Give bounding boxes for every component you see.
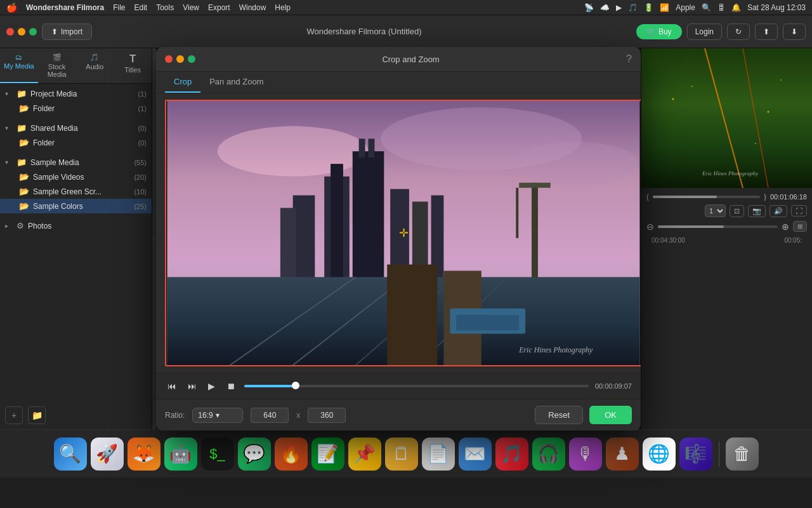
- macos-menubar: 🍎 Wondershare Filmora File Edit Tools Vi…: [0, 0, 812, 15]
- dock-chess[interactable]: ♟: [606, 438, 639, 471]
- login-button[interactable]: Login: [687, 23, 722, 40]
- modal-help-icon[interactable]: ?: [626, 53, 632, 65]
- rp-slider[interactable]: [653, 196, 761, 198]
- dock-evernote[interactable]: 📝: [311, 438, 344, 471]
- refresh-button[interactable]: ↻: [727, 23, 750, 40]
- crop-canvas[interactable]: Eric Hines Photography ✛: [165, 100, 641, 366]
- menu-file[interactable]: File: [113, 3, 125, 12]
- tab-audio[interactable]: 🎵 Audio: [76, 48, 114, 83]
- sidebar-item-shared-folder[interactable]: 📂 Folder (0): [0, 135, 152, 150]
- sidebar-item-sample-media[interactable]: ▾ 📁 Sample Media (55): [0, 155, 152, 170]
- chevron-down-icon: ▾: [5, 159, 14, 166]
- svg-rect-9: [293, 196, 315, 284]
- city-photo-svg: Eric Hines Photography: [166, 101, 641, 365]
- zoom-in-btn[interactable]: ⊕: [782, 222, 789, 232]
- sidebar-item-project-folder[interactable]: 📂 Folder (1): [0, 101, 152, 116]
- subfolder-icon: 📂: [19, 201, 29, 211]
- tab-my-media[interactable]: 🗂 My Media: [0, 48, 38, 83]
- modal-maximize-btn[interactable]: [188, 55, 195, 63]
- share-button[interactable]: ⬆: [755, 23, 778, 40]
- dock-android-studio[interactable]: 🤖: [164, 438, 197, 471]
- ok-button[interactable]: OK: [589, 406, 632, 424]
- dock-chrome[interactable]: 🌐: [643, 438, 676, 471]
- control-center-icon[interactable]: 🎛: [717, 3, 725, 12]
- svg-rect-6: [353, 151, 384, 283]
- rp-slider-row: { } 00:01:06:18: [646, 193, 807, 201]
- svg-rect-15: [519, 183, 551, 188]
- menu-help[interactable]: Help: [275, 3, 291, 12]
- menu-export[interactable]: Export: [208, 3, 230, 12]
- zoom-slider[interactable]: [658, 225, 778, 228]
- dock-finder[interactable]: 🔍: [54, 438, 87, 471]
- modal-close-btn[interactable]: [165, 55, 173, 63]
- buy-button[interactable]: 🛒 Buy: [636, 24, 682, 39]
- notification-icon[interactable]: 🔔: [731, 3, 741, 12]
- sidebar-item-sample-green[interactable]: 📂 Sample Green Scr... (10): [0, 184, 152, 199]
- folder-button[interactable]: 📁: [28, 406, 46, 424]
- lbrace-icon: {: [646, 193, 649, 201]
- ratio-select[interactable]: 16:9 ▾: [192, 408, 243, 423]
- rp-snapshot-btn[interactable]: 📷: [748, 205, 766, 217]
- tab-pan-zoom[interactable]: Pan and Zoom: [200, 72, 272, 93]
- dock-podcasts[interactable]: 🎙: [569, 438, 602, 471]
- import-button[interactable]: ⬆ Import: [42, 23, 92, 40]
- reset-button[interactable]: Reset: [535, 406, 583, 424]
- dock-mail[interactable]: ✉️: [459, 438, 492, 471]
- sidebar-item-sample-videos[interactable]: 📂 Sample Videos (20): [0, 170, 152, 184]
- menu-icon-cloud: ☁️: [600, 3, 610, 12]
- folder-icon: 📁: [16, 123, 27, 133]
- menu-view[interactable]: View: [183, 3, 199, 12]
- menu-edit[interactable]: Edit: [134, 3, 147, 12]
- chevron-down-icon: ▾: [216, 411, 219, 420]
- dock-spotify[interactable]: 🎧: [532, 438, 565, 471]
- modal-minimize-btn[interactable]: [176, 55, 184, 63]
- dock-firefox[interactable]: 🦊: [128, 438, 160, 471]
- svg-text:Eric Hines Photography: Eric Hines Photography: [702, 170, 758, 177]
- rp-fit-btn[interactable]: ⊡: [730, 205, 744, 217]
- dock-music[interactable]: 🎵: [495, 438, 528, 471]
- dock-launchpad[interactable]: 🚀: [91, 438, 124, 471]
- rp-dropdown[interactable]: 1: [705, 204, 726, 217]
- zoom-out-btn[interactable]: ⊖: [646, 222, 654, 232]
- rp-audio-btn[interactable]: 🔊: [769, 205, 787, 217]
- search-icon[interactable]: 🔍: [702, 3, 711, 12]
- play-btn[interactable]: ▶: [206, 378, 218, 394]
- apple-logo-icon[interactable]: 🍎: [6, 3, 17, 13]
- download-button[interactable]: ⬇: [783, 23, 806, 40]
- svg-point-32: [768, 111, 769, 113]
- grid-view-btn[interactable]: ⊞: [793, 221, 807, 232]
- sidebar-item-photos[interactable]: ▸ ⚙ Photos: [0, 218, 152, 233]
- add-media-button[interactable]: +: [5, 406, 23, 424]
- dock-notefile[interactable]: 🗒: [385, 438, 418, 471]
- sidebar-item-sample-colors[interactable]: 📂 Sample Colors (25): [0, 199, 152, 213]
- dock-tempi[interactable]: 🎼: [679, 438, 712, 471]
- chevron-down-icon: ▾: [5, 124, 14, 131]
- rp-fullscreen-btn[interactable]: ⛶: [791, 205, 807, 217]
- import-icon: ⬆: [51, 27, 58, 36]
- close-window-btn[interactable]: [6, 28, 14, 36]
- tab-titles[interactable]: T Titles: [114, 48, 152, 83]
- playback-progress[interactable]: [244, 385, 589, 387]
- dock-terminal[interactable]: $_: [201, 438, 234, 471]
- dock-stickies[interactable]: 📌: [348, 438, 381, 471]
- height-input[interactable]: [308, 408, 346, 423]
- stop-btn[interactable]: ⏹: [224, 378, 238, 394]
- tab-crop[interactable]: Crop: [165, 72, 200, 93]
- modal-tabs: Crop Pan and Zoom: [156, 72, 641, 93]
- dock-markdown[interactable]: 📄: [422, 438, 455, 471]
- app-toolbar: ⬆ Import Wondershare Filmora (Untitled) …: [0, 15, 812, 48]
- prev-frame-btn[interactable]: ⏮: [165, 378, 179, 394]
- dock-whatsapp[interactable]: 💬: [238, 438, 271, 471]
- menu-tools[interactable]: Tools: [156, 3, 174, 12]
- maximize-window-btn[interactable]: [29, 28, 37, 36]
- width-input[interactable]: [251, 408, 289, 423]
- tab-stock-media[interactable]: 🎬 Stock Media: [38, 48, 76, 83]
- minimize-window-btn[interactable]: [18, 28, 25, 36]
- dock-taskheat[interactable]: 🔥: [275, 438, 308, 471]
- sidebar-item-shared-media[interactable]: ▾ 📁 Shared Media (0): [0, 121, 152, 135]
- subfolder-icon: 📂: [19, 104, 29, 113]
- sidebar-item-project-media[interactable]: ▾ 📁 Project Media (1): [0, 86, 152, 101]
- step-back-btn[interactable]: ⏭: [185, 378, 199, 394]
- dock-trash[interactable]: 🗑: [726, 438, 759, 471]
- menu-window[interactable]: Window: [239, 3, 266, 12]
